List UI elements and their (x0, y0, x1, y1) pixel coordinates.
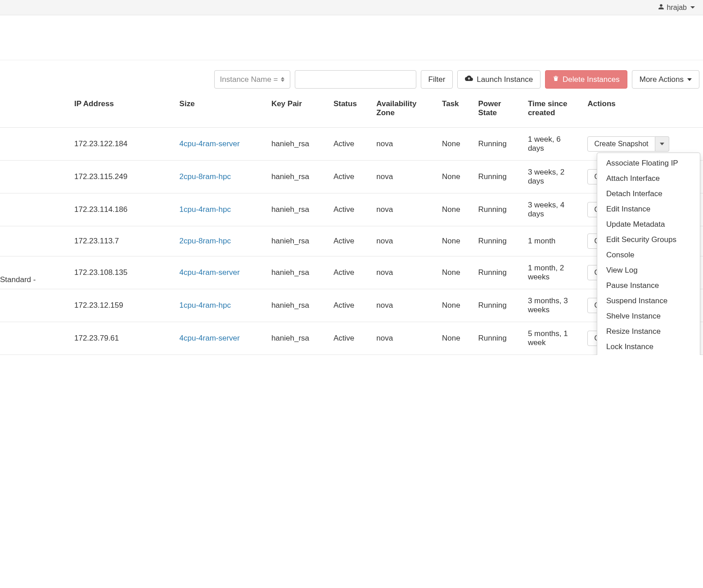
dropdown-item[interactable]: Resize Instance (597, 324, 700, 339)
col-status[interactable]: Status (329, 95, 372, 128)
cell-power: Running (473, 226, 523, 256)
cell-age: 3 weeks, 2 days (523, 161, 583, 193)
cell-az: nova (372, 128, 437, 161)
filter-field-selector[interactable]: Instance Name = (214, 70, 290, 89)
header-spacer (0, 15, 703, 60)
instance-actions-dropdown: Associate Floating IPAttach InterfaceDet… (597, 153, 700, 355)
col-power[interactable]: Power State (473, 95, 523, 128)
topbar: hrajab (0, 0, 703, 15)
col-task[interactable]: Task (437, 95, 473, 128)
cell-keypair: hanieh_rsa (267, 193, 329, 226)
cell-size: 2cpu-8ram-hpc (175, 226, 267, 256)
cell-power: Running (473, 128, 523, 161)
cell-ip: 172.23.12.159 (0, 289, 175, 322)
cell-ip: 172.23.122.184 (0, 128, 175, 161)
cell-size: 1cpu-4ram-hpc (175, 193, 267, 226)
size-link[interactable]: 1cpu-4ram-hpc (180, 301, 231, 310)
dropdown-item[interactable]: Unlock Instance (597, 355, 700, 355)
size-link[interactable]: 4cpu-4ram-server (180, 139, 240, 148)
launch-button-label: Launch Instance (477, 75, 533, 84)
cell-task: None (437, 256, 473, 289)
action-split-button: Create Snapshot (587, 136, 669, 152)
dropdown-item[interactable]: Associate Floating IP (597, 156, 700, 171)
filter-field-label: Instance Name = (220, 75, 278, 84)
cell-age: 3 weeks, 4 days (523, 193, 583, 226)
cell-size: 2cpu-8ram-hpc (175, 161, 267, 193)
cell-az: nova (372, 322, 437, 355)
flavor-label-fragment: Standard - (0, 275, 36, 284)
cell-age: 1 month (523, 226, 583, 256)
cell-keypair: hanieh_rsa (267, 161, 329, 193)
cell-keypair: hanieh_rsa (267, 322, 329, 355)
dropdown-item[interactable]: View Log (597, 263, 700, 278)
caret-down-icon (690, 6, 695, 9)
cell-task: None (437, 193, 473, 226)
dropdown-item[interactable]: Detach Interface (597, 186, 700, 202)
dropdown-item[interactable]: Attach Interface (597, 171, 700, 186)
col-keypair[interactable]: Key Pair (267, 95, 329, 128)
col-actions: Actions (583, 95, 703, 128)
cell-status: Active (329, 226, 372, 256)
col-az[interactable]: Availability Zone (372, 95, 437, 128)
cell-age: 1 month, 2 weeks (523, 256, 583, 289)
cell-power: Running (473, 322, 523, 355)
launch-instance-button[interactable]: Launch Instance (457, 70, 541, 89)
cell-az: nova (372, 193, 437, 226)
cell-task: None (437, 128, 473, 161)
cell-age: 5 months, 1 week (523, 322, 583, 355)
dropdown-item[interactable]: Console (597, 247, 700, 263)
cell-size: 4cpu-4ram-server (175, 128, 267, 161)
size-link[interactable]: 4cpu-4ram-server (180, 334, 240, 342)
cell-status: Active (329, 193, 372, 226)
dropdown-item[interactable]: Pause Instance (597, 278, 700, 293)
cell-size: 4cpu-4ram-server (175, 256, 267, 289)
cell-age: 1 week, 6 days (523, 128, 583, 161)
dropdown-item[interactable]: Edit Security Groups (597, 232, 700, 247)
delete-button-label: Delete Instances (563, 75, 620, 84)
more-actions-label: More Actions (640, 75, 684, 84)
cell-status: Active (329, 289, 372, 322)
size-link[interactable]: 2cpu-8ram-hpc (180, 237, 231, 245)
cell-task: None (437, 161, 473, 193)
more-actions-button[interactable]: More Actions (632, 70, 699, 89)
filter-button[interactable]: Filter (421, 70, 453, 89)
cell-power: Running (473, 256, 523, 289)
trash-icon (553, 75, 559, 84)
cell-power: Running (473, 289, 523, 322)
size-link[interactable]: 2cpu-8ram-hpc (180, 172, 231, 181)
cell-status: Active (329, 322, 372, 355)
cell-task: None (437, 226, 473, 256)
caret-down-icon (660, 143, 664, 145)
col-ip[interactable]: IP Address (0, 95, 175, 128)
delete-instances-button[interactable]: Delete Instances (545, 70, 627, 89)
filter-input[interactable] (295, 70, 416, 89)
dropdown-item[interactable]: Lock Instance (597, 339, 700, 355)
select-arrows-icon (281, 77, 284, 82)
create-snapshot-button[interactable]: Create Snapshot (587, 136, 655, 152)
cell-task: None (437, 322, 473, 355)
col-age[interactable]: Time since created (523, 95, 583, 128)
cell-power: Running (473, 161, 523, 193)
cell-size: 1cpu-4ram-hpc (175, 289, 267, 322)
filter-button-label: Filter (428, 75, 446, 84)
cell-az: nova (372, 226, 437, 256)
cell-az: nova (372, 161, 437, 193)
cell-size: 4cpu-4ram-server (175, 322, 267, 355)
col-size[interactable]: Size (175, 95, 267, 128)
dropdown-item[interactable]: Update Metadata (597, 217, 700, 232)
cell-ip: 172.23.115.249 (0, 161, 175, 193)
dropdown-item[interactable]: Shelve Instance (597, 309, 700, 324)
user-menu[interactable]: hrajab (658, 4, 695, 12)
action-dropdown-toggle[interactable] (655, 136, 669, 152)
size-link[interactable]: 4cpu-4ram-server (180, 268, 240, 277)
cell-status: Active (329, 256, 372, 289)
size-link[interactable]: 1cpu-4ram-hpc (180, 205, 231, 214)
dropdown-item[interactable]: Suspend Instance (597, 293, 700, 309)
cell-ip: 172.23.79.61 (0, 322, 175, 355)
user-name: hrajab (667, 4, 687, 12)
cell-status: Active (329, 161, 372, 193)
cell-keypair: hanieh_rsa (267, 256, 329, 289)
cloud-upload-icon (465, 74, 473, 85)
dropdown-item[interactable]: Edit Instance (597, 202, 700, 217)
cell-az: nova (372, 256, 437, 289)
